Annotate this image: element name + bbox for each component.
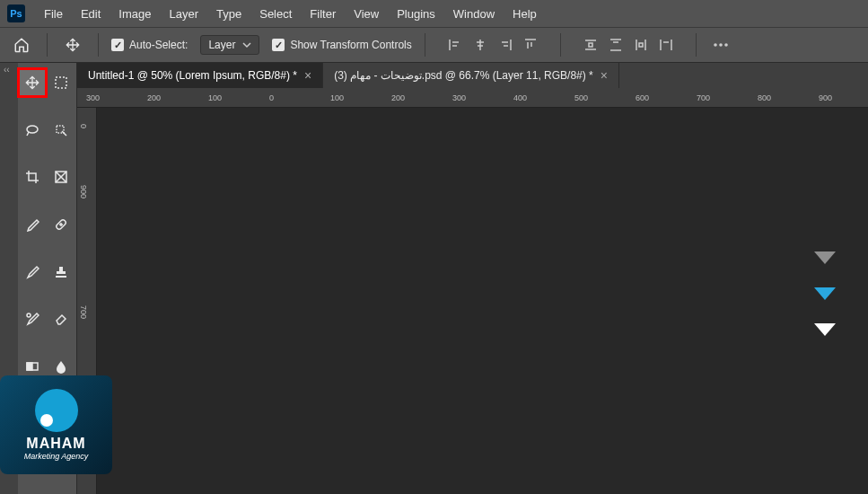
- tab-label: Untitled-1 @ 50% (Lorem Ipsum, RGB/8#) *: [88, 69, 297, 82]
- ruler-tick: 300: [452, 93, 466, 102]
- menu-type[interactable]: Type: [208, 7, 250, 21]
- ruler-tick: 100: [330, 93, 344, 102]
- marquee-tool[interactable]: [47, 68, 75, 97]
- arrow-down-icon: [814, 251, 836, 264]
- menu-view[interactable]: View: [346, 7, 387, 21]
- menu-file[interactable]: File: [36, 7, 71, 21]
- ruler-tick: 0: [79, 124, 88, 128]
- align-right-button[interactable]: [494, 33, 517, 57]
- separator: [425, 33, 425, 57]
- eraser-tool[interactable]: [47, 304, 75, 333]
- collapse-icon: ‹‹: [4, 65, 10, 75]
- separator: [98, 33, 99, 57]
- menu-window[interactable]: Window: [445, 7, 503, 21]
- distribute-1-button[interactable]: [579, 33, 602, 57]
- svg-point-0: [714, 43, 717, 47]
- active-tool-icon[interactable]: [60, 32, 85, 57]
- frame-tool[interactable]: [47, 163, 75, 191]
- lasso-tool[interactable]: [18, 116, 47, 145]
- healing-tool[interactable]: [47, 210, 75, 239]
- align-group-1: [438, 33, 548, 57]
- ruler-tick: 200: [147, 93, 161, 102]
- quick-select-tool[interactable]: [47, 116, 75, 145]
- arrow-down-icon: [814, 323, 836, 336]
- arrow-down-icon: [814, 287, 836, 300]
- ruler-tick: 0: [269, 93, 274, 102]
- align-left-button[interactable]: [443, 33, 467, 57]
- align-group-2: [574, 33, 683, 57]
- svg-rect-10: [27, 363, 32, 370]
- menu-image[interactable]: Image: [110, 7, 159, 21]
- ruler-tick: 100: [208, 93, 222, 102]
- ruler-tick: 300: [86, 93, 100, 102]
- ruler-tick: 500: [574, 93, 588, 102]
- tab-label: توضيحات - مهام (3).psd @ 66.7% (Layer 11…: [334, 69, 593, 82]
- auto-select-label: Auto-Select:: [129, 39, 188, 51]
- tab-psd[interactable]: توضيحات - مهام (3).psd @ 66.7% (Layer 11…: [323, 63, 619, 88]
- home-button[interactable]: [9, 32, 34, 57]
- menu-filter[interactable]: Filter: [302, 7, 344, 21]
- options-bar: ✓ Auto-Select: Layer ✓ Show Transform Co…: [0, 27, 868, 63]
- ruler-tick: 400: [513, 93, 527, 102]
- distribute-2-button[interactable]: [604, 33, 627, 57]
- ruler-tick: 200: [391, 93, 405, 102]
- close-icon[interactable]: ×: [304, 68, 311, 83]
- close-icon[interactable]: ×: [601, 68, 608, 83]
- stamp-tool[interactable]: [47, 258, 75, 287]
- brush-tool[interactable]: [18, 258, 47, 287]
- menu-layer[interactable]: Layer: [162, 7, 207, 21]
- svg-point-4: [27, 126, 38, 133]
- menu-select[interactable]: Select: [251, 7, 300, 21]
- document-tabs: Untitled-1 @ 50% (Lorem Ipsum, RGB/8#) *…: [77, 63, 868, 88]
- ruler-tick: 700: [79, 305, 88, 319]
- svg-rect-3: [56, 77, 66, 88]
- tab-untitled[interactable]: Untitled-1 @ 50% (Lorem Ipsum, RGB/8#) *…: [77, 63, 323, 88]
- canvas[interactable]: [97, 108, 868, 494]
- separator: [47, 33, 48, 57]
- svg-point-2: [724, 43, 728, 47]
- distribute-4-button[interactable]: [654, 33, 678, 57]
- ruler-tick: 900: [79, 185, 88, 198]
- ruler-tick: 900: [819, 93, 832, 102]
- ruler-tick: 600: [636, 93, 649, 102]
- horizontal-ruler: 300 200 100 0 100 200 300 400 500 600 70…: [77, 88, 868, 108]
- align-top-button[interactable]: [519, 33, 542, 57]
- align-center-h-button[interactable]: [469, 33, 492, 57]
- document-area: Untitled-1 @ 50% (Lorem Ipsum, RGB/8#) *…: [77, 63, 868, 494]
- canvas-wrap: 0 900 700: [77, 108, 868, 494]
- crop-tool[interactable]: [18, 163, 47, 191]
- workspace: ‹‹ Untitled-1 @ 50% (Lorem Ipsum, RGB/8#…: [0, 63, 868, 494]
- eyedropper-tool[interactable]: [18, 210, 47, 239]
- ps-logo-icon: Ps: [7, 4, 25, 22]
- overlay-arrows: [814, 251, 836, 336]
- logo-mark-icon: [35, 389, 78, 432]
- svg-point-8: [27, 313, 31, 317]
- layer-dropdown-label: Layer: [208, 39, 235, 51]
- history-brush-tool[interactable]: [18, 304, 47, 333]
- logo-name: MAHAM: [26, 436, 85, 452]
- overlay-logo-badge: MAHAM Marketing Agency: [0, 375, 112, 474]
- menu-help[interactable]: Help: [504, 7, 545, 21]
- layer-dropdown[interactable]: Layer: [200, 35, 259, 55]
- menu-bar: Ps File Edit Image Layer Type Select Fil…: [0, 0, 868, 27]
- show-transform-label: Show Transform Controls: [290, 39, 411, 51]
- ruler-tick: 800: [758, 93, 771, 102]
- separator: [560, 33, 561, 57]
- menu-edit[interactable]: Edit: [73, 7, 109, 21]
- show-transform-checkbox[interactable]: ✓ Show Transform Controls: [272, 39, 411, 51]
- separator: [696, 33, 697, 57]
- menu-plugins[interactable]: Plugins: [389, 7, 443, 21]
- logo-tagline: Marketing Agency: [24, 452, 89, 461]
- more-options-button[interactable]: [709, 33, 732, 57]
- checkbox-icon: ✓: [272, 39, 285, 51]
- svg-point-1: [719, 43, 723, 47]
- checkbox-icon: ✓: [111, 39, 124, 51]
- move-tool[interactable]: [18, 68, 47, 97]
- ruler-tick: 700: [697, 93, 710, 102]
- distribute-3-button[interactable]: [629, 33, 653, 57]
- auto-select-checkbox[interactable]: ✓ Auto-Select:: [111, 39, 188, 51]
